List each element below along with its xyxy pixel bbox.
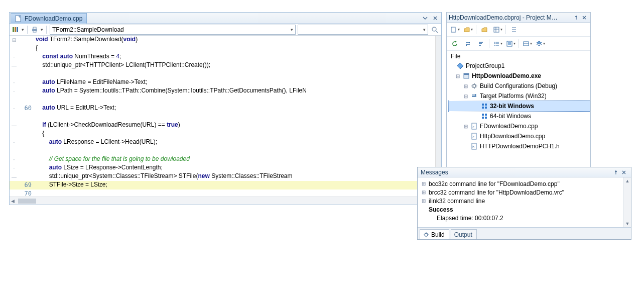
fold-marker[interactable] xyxy=(10,147,19,155)
scope-combo[interactable]: TForm2::SampleDownload ▾ xyxy=(50,25,296,35)
fold-marker[interactable] xyxy=(10,44,19,53)
scrollbar-thumb[interactable] xyxy=(18,199,36,204)
code-line[interactable] xyxy=(10,147,435,155)
message-row[interactable]: Success xyxy=(419,205,622,214)
message-expander[interactable]: ⊞ xyxy=(421,198,427,204)
code-text[interactable] xyxy=(34,96,435,104)
code-line[interactable]: · const auto NumThreads = 4; xyxy=(10,53,435,61)
fold-marker[interactable]: · xyxy=(10,87,19,96)
code-line[interactable]: — std::unique_ptr<System::Classes::TFile… xyxy=(10,172,435,181)
close-icon[interactable] xyxy=(620,168,628,176)
close-tab-icon[interactable] xyxy=(431,14,439,22)
expand-button[interactable] xyxy=(509,25,519,35)
project-tree-item[interactable]: ⊞Build Configurations (Debug) xyxy=(449,81,590,91)
fold-marker[interactable]: · xyxy=(10,164,19,172)
view-button[interactable] xyxy=(492,25,502,35)
list-view-button[interactable] xyxy=(492,39,502,49)
fold-marker[interactable]: — xyxy=(10,172,19,181)
code-line[interactable]: · // Get space for the file that is goin… xyxy=(10,155,435,164)
code-line[interactable] xyxy=(10,113,435,121)
fold-marker[interactable] xyxy=(10,70,19,78)
project-tree-item[interactable]: ⊟HttpDownloadDemo.exe xyxy=(449,71,590,81)
project-tree-item[interactable]: ⊟Target Platforms (Win32) xyxy=(449,91,590,101)
code-area[interactable]: ⊟void TForm2::SampleDownload(void){· con… xyxy=(10,36,441,197)
code-line[interactable]: { xyxy=(10,44,435,53)
project-tree[interactable]: ProjectGroup1⊟HttpDownloadDemo.exe⊞Build… xyxy=(447,60,590,167)
project-tree-item[interactable]: ⊞cFDownloadDemo.cpp xyxy=(449,121,590,131)
folder-button[interactable] xyxy=(479,25,489,35)
message-row[interactable]: ⊞ilink32 command line xyxy=(419,197,622,205)
code-line[interactable]: 70 xyxy=(10,190,435,197)
refresh-button[interactable] xyxy=(450,39,460,49)
code-line[interactable]: · auto LSize = LResponse->ContentLength; xyxy=(10,164,435,172)
code-line[interactable]: — std::unique_ptr<THTTPClient> LClient(T… xyxy=(10,61,435,70)
tree-expander[interactable]: ⊞ xyxy=(463,124,469,129)
code-text[interactable]: if (LClient->CheckDownloadResume(URL) ==… xyxy=(34,121,435,130)
fold-marker[interactable]: · xyxy=(10,78,19,87)
code-line[interactable]: ⊟void TForm2::SampleDownload(void) xyxy=(10,36,435,44)
print-icon[interactable] xyxy=(31,26,39,34)
tree-expander[interactable]: ⊟ xyxy=(463,93,469,99)
layers-button[interactable] xyxy=(535,39,545,49)
filter-button[interactable] xyxy=(505,39,516,49)
code-text[interactable]: auto LResponse = LClient->Head(URL); xyxy=(34,138,435,147)
code-text[interactable]: auto LPath = System::Ioutils::TPath::Com… xyxy=(34,87,435,96)
code-line[interactable]: ·60 auto URL = EditURL->Text; xyxy=(10,104,435,113)
project-tree-item[interactable]: cHttpDownloadDemo.cpp xyxy=(449,131,590,141)
fold-marker[interactable]: · xyxy=(10,138,19,147)
code-text[interactable]: std::unique_ptr<System::Classes::TFileSt… xyxy=(34,172,435,181)
fold-marker[interactable]: — xyxy=(10,121,19,130)
pin-icon[interactable] xyxy=(612,168,620,176)
code-text[interactable] xyxy=(34,113,435,121)
fold-marker[interactable]: · xyxy=(10,104,19,113)
fold-marker[interactable]: — xyxy=(10,61,19,70)
fold-marker[interactable]: · xyxy=(10,53,19,61)
code-text[interactable]: // Get space for the file that is going … xyxy=(34,155,435,164)
project-tree-item[interactable]: 64-bit Windows xyxy=(449,111,590,121)
member-combo[interactable]: ▾ xyxy=(298,25,428,35)
code-text[interactable]: void TForm2::SampleDownload(void) xyxy=(34,36,435,44)
code-text[interactable]: { xyxy=(34,130,435,138)
pin-icon[interactable] xyxy=(572,14,580,22)
message-row[interactable]: Elapsed time: 00:00:07.2 xyxy=(419,214,622,222)
code-text[interactable]: STFile->Size = LSize; xyxy=(34,181,435,190)
message-row[interactable]: ⊞bcc32c command line for "FDownloadDemo.… xyxy=(419,179,622,188)
code-text[interactable] xyxy=(34,147,435,155)
fold-marker[interactable] xyxy=(10,113,19,121)
fold-marker[interactable] xyxy=(10,181,19,190)
code-text[interactable] xyxy=(34,190,435,197)
editor-tab-active[interactable]: FDownloadDemo.cpp xyxy=(11,13,87,24)
project-tree-item[interactable]: 32-bit Windows xyxy=(449,101,590,111)
code-line[interactable]: — if (LClient->CheckDownloadResume(URL) … xyxy=(10,121,435,130)
code-text[interactable] xyxy=(34,70,435,78)
messages-body[interactable]: ⊞bcc32c command line for "FDownloadDemo.… xyxy=(418,177,631,227)
code-line[interactable]: · auto LFileName = EditFileName->Text; xyxy=(10,78,435,87)
config-button[interactable] xyxy=(522,39,532,49)
project-tree-item[interactable]: ProjectGroup1 xyxy=(449,61,590,71)
message-row[interactable]: ⊞brcc32 command line for "HttpDownloadDe… xyxy=(419,188,622,197)
code-line[interactable]: 69 STFile->Size = LSize; xyxy=(10,181,435,190)
sort-button[interactable] xyxy=(476,39,486,49)
dropdown-arrow-icon[interactable]: ▾ xyxy=(22,27,24,32)
tree-expander[interactable]: ⊟ xyxy=(455,73,461,79)
fold-marker[interactable] xyxy=(10,190,19,197)
code-text[interactable]: auto URL = EditURL->Text; xyxy=(34,104,435,113)
fold-marker[interactable] xyxy=(10,130,19,138)
code-text[interactable]: std::unique_ptr<THTTPClient> LClient(THT… xyxy=(34,61,435,70)
fold-marker[interactable]: · xyxy=(10,155,19,164)
dropdown-arrow-icon[interactable]: ▾ xyxy=(41,27,43,32)
messages-tab-output[interactable]: Output xyxy=(451,229,477,239)
code-line[interactable]: · auto LPath = System::Ioutils::TPath::C… xyxy=(10,87,435,96)
horizontal-scrollbar[interactable]: ◀ xyxy=(10,197,441,205)
code-text[interactable]: { xyxy=(34,44,435,53)
messages-tab-build[interactable]: Build xyxy=(420,229,449,239)
code-line[interactable] xyxy=(10,70,435,78)
fold-marker[interactable] xyxy=(10,96,19,104)
search-icon[interactable] xyxy=(430,25,439,34)
messages-scrollbar[interactable]: ▲▼ xyxy=(623,177,631,227)
project-tree-item[interactable]: hHTTPDownloadDemoPCH1.h xyxy=(449,141,590,151)
message-expander[interactable]: ⊞ xyxy=(421,181,427,186)
code-line[interactable]: · auto LResponse = LClient->Head(URL); xyxy=(10,138,435,147)
add-file-button[interactable] xyxy=(450,25,460,35)
fold-marker[interactable]: ⊟ xyxy=(10,36,19,44)
